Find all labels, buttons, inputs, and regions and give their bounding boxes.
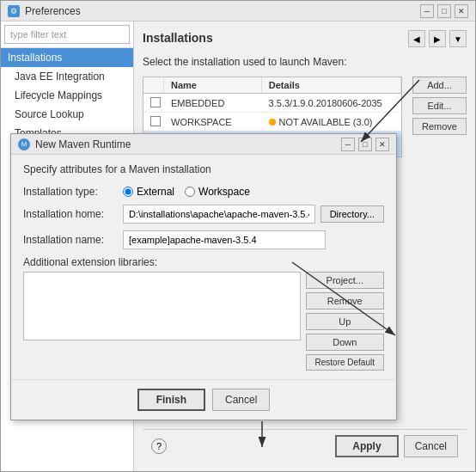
radio-external[interactable]: External (123, 186, 174, 198)
sidebar-item-installations[interactable]: Installations (1, 48, 133, 67)
radio-workspace[interactable]: Workspace (185, 186, 250, 198)
cancel-button[interactable]: Cancel (404, 435, 458, 457)
col-details: Details (262, 77, 401, 93)
checkbox-workspace[interactable] (150, 116, 161, 126)
content-title: Installations (143, 31, 213, 45)
row2-check[interactable] (143, 114, 164, 130)
install-home-input[interactable] (123, 205, 315, 224)
dialog-footer: Finish Cancel (11, 379, 396, 420)
row1-name: EMBEDDED (164, 96, 262, 110)
install-name-row: Installation name: (23, 230, 384, 249)
checkbox-embedded[interactable] (150, 97, 161, 107)
install-home-label: Installation home: (23, 208, 118, 220)
installations-subtitle: Select the installation used to launch M… (143, 56, 467, 68)
search-box (1, 21, 133, 48)
install-type-label: Installation type: (23, 186, 118, 198)
row1-details: 3.5.3/1.9.0.20180606-2035 (262, 96, 401, 110)
project-button[interactable]: Project... (306, 272, 384, 289)
finish-button[interactable]: Finish (137, 389, 205, 411)
extension-buttons: Project... Remove Up Down Restore Defaul… (306, 272, 384, 371)
down-button[interactable]: Down (306, 334, 384, 351)
edit-button[interactable]: Edit... (412, 97, 467, 114)
col-name: Name (164, 77, 262, 93)
apply-cancel-row: Apply Cancel (335, 435, 458, 457)
row2-details: NOT AVAILABLE (3.0) (262, 115, 401, 129)
dialog-titlebar: M New Maven Runtime ─ □ ✕ (11, 134, 396, 155)
dialog-title: New Maven Runtime (35, 138, 131, 150)
dialog-titlebar-left: M New Maven Runtime (18, 138, 131, 150)
apply-button[interactable]: Apply (335, 435, 398, 457)
dropdown-button[interactable]: ▼ (449, 30, 467, 47)
warn-icon (269, 119, 276, 126)
radio-group: External Workspace (123, 186, 250, 198)
maven-dialog: M New Maven Runtime ─ □ ✕ Specify attrib… (10, 133, 397, 420)
table-row[interactable]: WORKSPACE NOT AVAILABLE (3.0) (143, 113, 401, 132)
preferences-titlebar: ⚙ Preferences ─ □ ✕ (1, 1, 475, 21)
nav-arrows: ◀ ▶ ▼ (408, 30, 467, 47)
dialog-body: Specify attributes for a Maven installat… (11, 155, 396, 379)
table-row[interactable]: EMBEDDED 3.5.3/1.9.0.20180606-2035 (143, 94, 401, 113)
preferences-icon: ⚙ (8, 5, 20, 17)
help-icon[interactable]: ? (151, 438, 167, 454)
titlebar-left: ⚙ Preferences (8, 5, 81, 17)
close-button[interactable]: ✕ (455, 4, 468, 18)
dialog-icon: M (18, 138, 30, 150)
install-name-label: Installation name: (23, 234, 118, 246)
dialog-controls: ─ □ ✕ (341, 138, 389, 151)
add-button[interactable]: Add... (412, 77, 467, 94)
install-name-input[interactable] (123, 230, 326, 249)
radio-workspace-input[interactable] (185, 187, 195, 197)
textarea-with-buttons: Project... Remove Up Down Restore Defaul… (23, 272, 384, 371)
up-button[interactable]: Up (306, 313, 384, 330)
dialog-minimize-button[interactable]: ─ (341, 138, 355, 151)
dialog-close-button[interactable]: ✕ (375, 138, 389, 151)
row1-check[interactable] (143, 95, 164, 111)
header-row: Installations ◀ ▶ ▼ (143, 30, 467, 47)
bottom-bar: ? Apply Cancel (143, 429, 467, 463)
install-home-row: Installation home: Directory... (23, 205, 384, 224)
sidebar-item-lifecycle[interactable]: Lifecycle Mappings (1, 86, 133, 105)
radio-external-input[interactable] (123, 187, 133, 197)
directory-button[interactable]: Directory... (320, 205, 384, 223)
minimize-button[interactable]: ─ (420, 4, 434, 18)
remove-button[interactable]: Remove (412, 118, 467, 135)
dialog-maximize-button[interactable]: □ (358, 138, 372, 151)
back-button[interactable]: ◀ (408, 30, 425, 47)
dialog-description: Specify attributes for a Maven installat… (23, 163, 384, 175)
search-input[interactable] (4, 25, 130, 44)
install-type-row: Installation type: External Workspace (23, 186, 384, 198)
extension-section: Additional extension libraries: Project.… (23, 256, 384, 371)
row2-name: WORKSPACE (164, 115, 262, 129)
restore-button[interactable]: Restore Default (306, 354, 384, 371)
ext-lib-label: Additional extension libraries: (23, 256, 384, 268)
sidebar-item-source-lookup[interactable]: Source Lookup (1, 105, 133, 124)
right-buttons: Add... Edit... Remove (412, 77, 467, 157)
titlebar-controls: ─ □ ✕ (420, 4, 468, 18)
maximize-button[interactable]: □ (437, 4, 451, 18)
extension-textarea[interactable] (23, 272, 301, 340)
dialog-cancel-button[interactable]: Cancel (212, 389, 270, 411)
col-check (143, 77, 164, 93)
sidebar-item-java-ee[interactable]: Java EE Integration (1, 67, 133, 86)
ext-remove-button[interactable]: Remove (306, 292, 384, 310)
preferences-title: Preferences (25, 5, 81, 17)
table-header: Name Details (143, 77, 401, 94)
forward-button[interactable]: ▶ (429, 30, 446, 47)
